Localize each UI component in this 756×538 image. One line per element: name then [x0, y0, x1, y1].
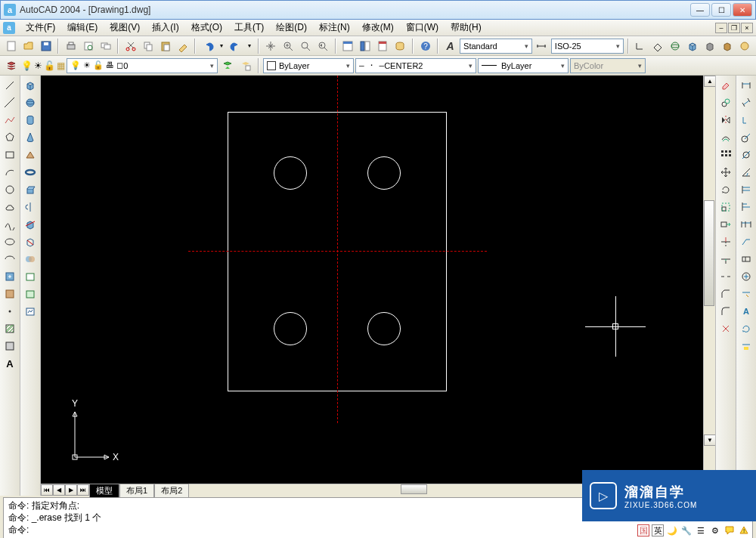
trim-icon[interactable] — [717, 233, 734, 250]
cylinder-icon[interactable] — [22, 112, 39, 128]
setup-profile-icon[interactable] — [22, 303, 39, 320]
zoom-previous-icon[interactable] — [315, 38, 331, 54]
move-icon[interactable] — [717, 164, 734, 181]
copy-object-icon[interactable] — [717, 94, 734, 111]
section-icon[interactable] — [22, 233, 39, 250]
menu-view[interactable]: 视图(V) — [104, 20, 146, 36]
interfere-icon[interactable] — [22, 251, 39, 267]
pan-icon[interactable] — [263, 38, 279, 54]
layer-states-icon[interactable] — [237, 57, 254, 74]
tab-first[interactable]: ⏮ — [41, 484, 53, 496]
dim-diameter-icon[interactable] — [738, 147, 754, 163]
stretch-icon[interactable] — [717, 216, 734, 233]
ime-tool-icon[interactable]: 🔧 — [680, 524, 692, 536]
print-icon[interactable] — [63, 38, 79, 54]
line-icon[interactable] — [2, 77, 18, 94]
box-solid-icon[interactable] — [22, 77, 39, 94]
menu-draw[interactable]: 绘图(D) — [270, 20, 313, 36]
properties-icon[interactable] — [340, 38, 356, 54]
tray-warning-icon[interactable]: ! — [738, 524, 750, 536]
mdi-restore[interactable]: ❐ — [728, 23, 740, 33]
publish-icon[interactable] — [98, 38, 113, 54]
tab-model[interactable]: 模型 — [89, 484, 119, 497]
plotstyle-dropdown[interactable]: ByColor — [570, 58, 646, 73]
close-button[interactable]: ✕ — [733, 3, 752, 17]
cut-icon[interactable] — [122, 38, 138, 54]
scrollbar-vertical[interactable]: ▲ ▼ — [703, 76, 715, 484]
help-icon[interactable]: ? — [417, 38, 433, 54]
ucs-icon[interactable] — [633, 38, 649, 54]
menu-dimension[interactable]: 标注(N) — [313, 20, 356, 36]
revcloud-icon[interactable] — [2, 199, 18, 215]
dim-aligned-icon[interactable] — [738, 94, 754, 111]
menu-insert[interactable]: 插入(I) — [146, 20, 184, 36]
dimstyle-icon[interactable] — [534, 38, 550, 54]
wedge-icon[interactable] — [22, 147, 39, 163]
render-icon[interactable] — [737, 38, 753, 54]
textstyle-dropdown[interactable]: Standard — [460, 39, 532, 54]
pline-icon[interactable] — [2, 112, 18, 128]
undo-icon[interactable] — [200, 38, 215, 54]
extend-icon[interactable] — [717, 251, 734, 267]
mdi-icon[interactable]: a — [3, 22, 15, 34]
tab-prev[interactable]: ◀ — [53, 484, 65, 496]
layer-dropdown[interactable]: 💡 ☀ 🔓 🖶 ◻ 0 — [67, 58, 218, 73]
mdi-close[interactable]: × — [741, 23, 753, 33]
dim-text-edit-icon[interactable]: A — [738, 303, 754, 320]
explode-icon[interactable] — [717, 320, 734, 337]
tab-layout2[interactable]: 布局2 — [154, 484, 189, 497]
xline-icon[interactable] — [2, 94, 18, 111]
redo-icon[interactable] — [228, 38, 243, 54]
torus-icon[interactable] — [22, 164, 39, 181]
erase-icon[interactable] — [717, 77, 734, 94]
lineweight-dropdown[interactable]: ByLayer — [478, 58, 569, 73]
shade-icon[interactable] — [720, 38, 736, 54]
region-icon[interactable] — [2, 338, 18, 354]
circle-icon[interactable] — [2, 181, 18, 198]
dim-baseline-icon[interactable] — [738, 199, 754, 215]
drawing-canvas[interactable]: X Y — [41, 76, 703, 484]
tab-layout1[interactable]: 布局1 — [119, 484, 154, 497]
tab-last[interactable]: ⏭ — [77, 484, 89, 496]
design-center-icon[interactable] — [358, 38, 373, 54]
extrude-icon[interactable] — [22, 181, 39, 198]
menu-modify[interactable]: 修改(M) — [356, 20, 400, 36]
undo-dropdown[interactable]: ▾ — [218, 38, 227, 54]
polygon-icon[interactable] — [2, 129, 18, 146]
slice-icon[interactable] — [22, 216, 39, 233]
make-block-icon[interactable] — [2, 286, 18, 302]
linetype-dropdown[interactable]: — · — CENTER2 — [355, 58, 476, 73]
save-icon[interactable] — [38, 38, 54, 54]
dim-edit-icon[interactable] — [738, 286, 754, 302]
array-icon[interactable] — [717, 147, 734, 163]
ellipse-icon[interactable] — [2, 233, 18, 250]
break-icon[interactable] — [717, 268, 734, 285]
new-icon[interactable] — [3, 38, 19, 54]
dbconnect-icon[interactable] — [392, 38, 408, 54]
ime-lang-icon[interactable]: 英 — [652, 524, 664, 536]
menu-edit[interactable]: 编辑(E) — [61, 20, 104, 36]
dim-continue-icon[interactable] — [738, 216, 754, 233]
menu-format[interactable]: 格式(O) — [185, 20, 228, 36]
layer-previous-icon[interactable] — [219, 57, 236, 74]
dim-style-icon[interactable] — [738, 338, 754, 354]
comm-center-icon[interactable] — [723, 524, 736, 536]
dim-radius-icon[interactable] — [738, 129, 754, 146]
redo-dropdown[interactable]: ▾ — [245, 38, 254, 54]
menu-help[interactable]: 帮助(H) — [445, 20, 488, 36]
setup-drawing-icon[interactable] — [22, 268, 39, 285]
3d-box-icon[interactable] — [685, 38, 701, 54]
textstyle-icon[interactable]: A — [442, 38, 458, 54]
copy-icon[interactable] — [140, 38, 156, 54]
dim-quick-icon[interactable] — [738, 181, 754, 198]
leader-icon[interactable] — [738, 233, 754, 250]
insert-block-icon[interactable] — [2, 268, 18, 285]
sphere-solid-icon[interactable] — [22, 94, 39, 111]
ime-settings-icon[interactable]: ⚙ — [709, 524, 721, 536]
named-views-icon[interactable] — [650, 38, 666, 54]
hatch-icon[interactable] — [2, 320, 18, 337]
dim-angular-icon[interactable] — [738, 164, 754, 181]
menu-file[interactable]: 文件(F) — [20, 20, 61, 36]
ime-country-icon[interactable]: 国 — [637, 524, 649, 536]
dim-linear-icon[interactable] — [738, 77, 754, 94]
